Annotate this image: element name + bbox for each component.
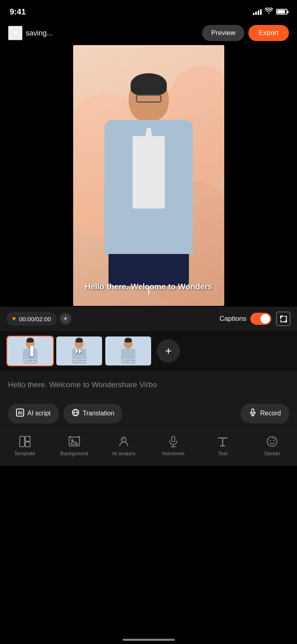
mic-icon [249, 409, 257, 419]
nav-item-sticker[interactable]: Sticker [256, 435, 288, 456]
captions-label: Captions [219, 315, 246, 323]
svg-rect-10 [25, 436, 30, 441]
status-icons [253, 8, 287, 16]
fullscreen-button[interactable] [276, 312, 291, 326]
top-bar: × saving... Preview Export [0, 22, 297, 44]
signal-icon [253, 8, 262, 15]
add-time-button[interactable]: + [60, 313, 71, 324]
playback-cursor [148, 287, 149, 295]
battery-icon [276, 9, 287, 14]
close-button[interactable]: × [8, 26, 23, 40]
home-indicator [123, 639, 175, 641]
preview-button[interactable]: Preview [202, 25, 244, 41]
svg-rect-15 [172, 436, 175, 442]
translation-icon [72, 409, 80, 419]
ai-script-button[interactable]: AI AI script [8, 404, 59, 423]
timeline[interactable]: ▐ 00:12 ⏭ 00:12 00:12 + [0, 331, 297, 371]
nav-item-background[interactable]: Background [58, 435, 90, 456]
background-icon [68, 435, 81, 448]
add-clip-button[interactable]: + [157, 339, 180, 363]
captions-toggle[interactable] [250, 313, 271, 325]
nav-item-template[interactable]: Template [9, 435, 41, 456]
text-label: Text [218, 450, 227, 456]
nav-item-text[interactable]: Text [207, 435, 239, 456]
wifi-icon [265, 8, 273, 16]
avatar-person [90, 76, 207, 286]
translation-label: Translation [83, 410, 115, 417]
ai-avatars-label: AI avatars [112, 450, 136, 456]
svg-rect-6 [252, 409, 254, 413]
ai-avatars-icon [117, 435, 130, 448]
svg-point-14 [121, 437, 126, 442]
time-badge: ♥ 00:00/02:00 [6, 312, 57, 326]
script-area[interactable]: Hello there. Welcome to Wondershare Virb… [0, 371, 297, 397]
timeline-clip-3[interactable]: 00:12 [104, 336, 152, 366]
text-icon [216, 435, 229, 448]
record-label: Record [260, 410, 281, 417]
svg-rect-9 [20, 436, 25, 447]
clip-duration-3: 00:12 [105, 358, 151, 364]
ai-icon: AI [16, 409, 24, 419]
svg-point-20 [273, 440, 274, 441]
script-text: Hello there. Welcome to Wondershare Virb… [8, 379, 289, 391]
translation-button[interactable]: Translation [63, 404, 123, 423]
ai-script-label: AI script [27, 410, 51, 417]
background-label: Background [60, 450, 88, 456]
timeline-clip-1[interactable]: ▐ 00:12 [6, 336, 54, 366]
template-label: Template [14, 450, 35, 456]
clip-duration-2: 00:12 [56, 358, 102, 364]
fullscreen-icon [280, 316, 287, 322]
saving-status: saving... [26, 29, 202, 37]
bottom-nav: Template Background AI avatars [0, 430, 297, 466]
sticker-label: Sticker [264, 450, 280, 456]
bookmark-icon: ♥ [12, 315, 16, 322]
status-bar: 9:41 [0, 0, 297, 22]
action-buttons-bar: AI AI script Translation Record [0, 397, 297, 430]
nav-item-voiceover[interactable]: Voiceover [157, 435, 189, 456]
status-time: 9:41 [10, 7, 26, 17]
svg-point-13 [72, 440, 73, 441]
svg-text:AI: AI [18, 410, 23, 416]
record-button[interactable]: Record [241, 404, 289, 423]
controls-bar: ♥ 00:00/02:00 + Captions [0, 307, 297, 331]
clip-duration-1: 00:12 [7, 358, 53, 364]
voiceover-label: Voiceover [162, 450, 185, 456]
template-icon [18, 435, 31, 448]
timeline-clip-2[interactable]: ⏭ 00:12 [55, 336, 103, 366]
svg-rect-11 [25, 442, 30, 447]
export-button[interactable]: Export [248, 25, 289, 41]
voiceover-icon [167, 435, 180, 448]
svg-point-19 [270, 440, 271, 441]
video-preview: Hello there. Welcome to Wonders [73, 45, 224, 306]
current-time: 00:00/02:00 [19, 316, 51, 322]
nav-item-ai-avatars[interactable]: AI avatars [108, 435, 140, 456]
sticker-icon [266, 435, 279, 448]
